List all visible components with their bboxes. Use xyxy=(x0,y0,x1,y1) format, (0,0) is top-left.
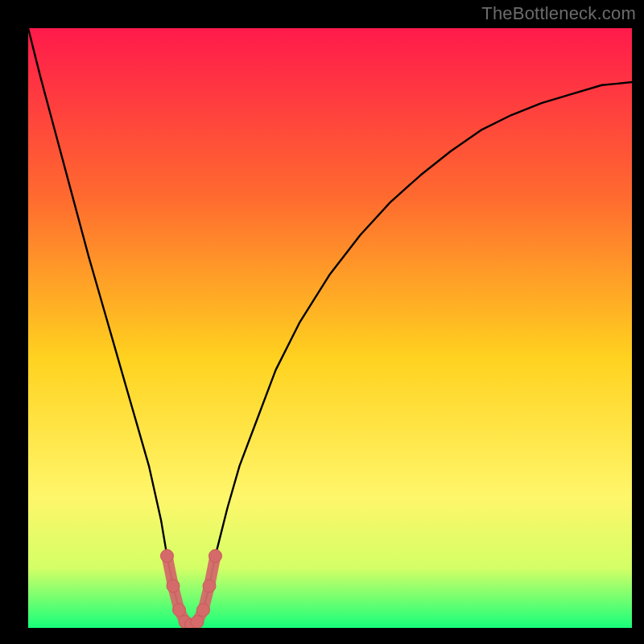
optimal-marker xyxy=(209,550,222,563)
optimal-marker xyxy=(173,604,186,617)
plot-area xyxy=(28,28,632,628)
optimal-marker xyxy=(161,550,174,563)
gradient-background xyxy=(28,28,632,628)
optimal-marker xyxy=(197,604,210,617)
chart-svg xyxy=(28,28,632,628)
optimal-marker xyxy=(167,580,180,592)
optimal-marker xyxy=(203,580,216,592)
watermark-text: TheBottleneck.com xyxy=(481,3,636,24)
outer-frame: TheBottleneck.com xyxy=(0,0,644,644)
optimal-marker xyxy=(191,616,204,628)
